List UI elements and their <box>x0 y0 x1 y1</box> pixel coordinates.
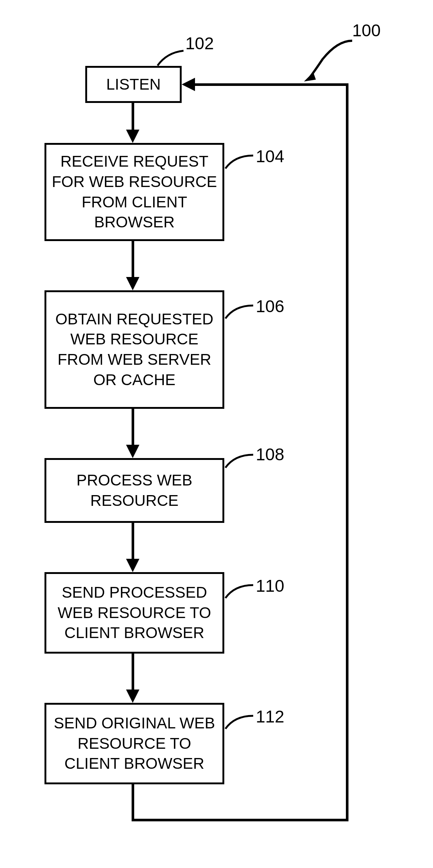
arrow-104-106 <box>132 241 134 280</box>
arrow-108-110 <box>132 523 134 562</box>
box-receive-label: RECEIVE REQUEST FOR WEB RESOURCE FROM CL… <box>50 151 219 232</box>
box-obtain-label: OBTAIN REQUESTED WEB RESOURCE FROM WEB S… <box>50 309 219 390</box>
ref-108: 108 <box>256 444 284 464</box>
ref-104: 104 <box>256 146 284 166</box>
arrow-102-104 <box>132 103 134 133</box>
ref-112: 112 <box>256 707 284 727</box>
figure-ref-label: 100 <box>352 20 381 40</box>
feedback-line-3 <box>346 84 348 821</box>
box-send-original-label: SEND ORIGINAL WEB RESOURCE TO CLIENT BRO… <box>50 713 219 774</box>
feedback-line-1 <box>132 784 134 821</box>
ref-106: 106 <box>256 296 284 316</box>
arrowhead-102-104 <box>126 130 139 143</box>
box-obtain: OBTAIN REQUESTED WEB RESOURCE FROM WEB S… <box>44 290 224 409</box>
arrowhead-106-108 <box>126 445 139 458</box>
arrowhead-110-112 <box>126 690 139 703</box>
box-process-label: PROCESS WEB RESOURCE <box>50 470 219 511</box>
ref-108-curve <box>224 451 257 470</box>
figure-ref-arrow <box>300 37 356 81</box>
ref-102-curve <box>156 49 193 69</box>
box-listen-label: LISTEN <box>106 74 161 95</box>
ref-110-curve <box>224 581 257 600</box>
arrow-110-112 <box>132 654 134 692</box>
box-receive: RECEIVE REQUEST FOR WEB RESOURCE FROM CL… <box>44 143 224 241</box>
box-send-original: SEND ORIGINAL WEB RESOURCE TO CLIENT BRO… <box>44 703 224 784</box>
ref-106-curve <box>224 302 257 320</box>
feedback-line-2 <box>132 819 348 821</box>
ref-104-curve <box>224 152 257 170</box>
ref-112-curve <box>224 712 257 731</box>
ref-110: 110 <box>256 576 284 596</box>
arrowhead-104-106 <box>126 277 139 290</box>
arrow-106-108 <box>132 409 134 448</box>
box-listen: LISTEN <box>85 66 182 103</box>
feedback-arrowhead <box>182 78 195 91</box>
svg-marker-0 <box>304 72 316 81</box>
box-process: PROCESS WEB RESOURCE <box>44 458 224 523</box>
box-send-processed: SEND PROCESSED WEB RESOURCE TO CLIENT BR… <box>44 572 224 654</box>
feedback-line-4 <box>192 83 348 86</box>
box-send-processed-label: SEND PROCESSED WEB RESOURCE TO CLIENT BR… <box>50 582 219 643</box>
arrowhead-108-110 <box>126 559 139 572</box>
